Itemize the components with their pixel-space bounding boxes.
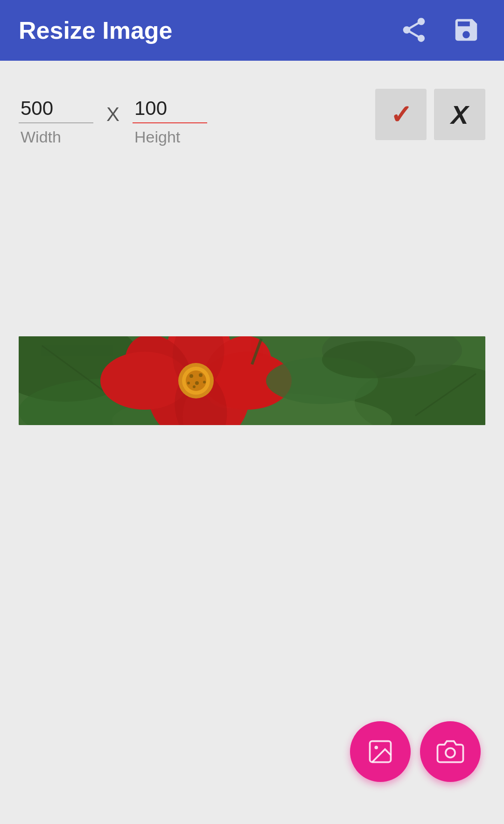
app-header: Resize Image (0, 0, 504, 61)
svg-point-31 (375, 746, 378, 750)
share-button[interactable] (395, 11, 433, 50)
image-preview (19, 336, 485, 425)
confirm-button[interactable]: ✓ (375, 89, 427, 140)
page-title: Resize Image (19, 16, 173, 44)
multiply-sign: X (106, 103, 119, 140)
gallery-icon (366, 738, 394, 766)
width-input-group: 500 Width (19, 97, 93, 146)
cancel-icon: X (451, 99, 468, 130)
resize-controls: 500 Width X 100 Height ✓ X (19, 89, 485, 154)
svg-point-23 (195, 381, 199, 385)
main-content: 500 Width X 100 Height ✓ X (0, 61, 504, 824)
svg-point-26 (193, 385, 196, 388)
save-button[interactable] (447, 11, 485, 50)
height-input[interactable]: 100 (133, 97, 207, 123)
gallery-fab-button[interactable] (350, 721, 411, 782)
svg-point-25 (203, 381, 206, 384)
svg-point-24 (187, 382, 190, 384)
checkmark-icon: ✓ (390, 99, 412, 130)
action-buttons: ✓ X (375, 89, 485, 154)
flower-svg (19, 336, 485, 425)
svg-point-28 (322, 341, 415, 378)
svg-point-22 (199, 373, 203, 377)
svg-point-21 (189, 374, 193, 378)
svg-point-20 (186, 370, 206, 391)
svg-point-32 (446, 748, 455, 758)
height-label: Height (133, 128, 180, 146)
fab-container (350, 721, 481, 782)
width-label: Width (19, 128, 61, 146)
cancel-button[interactable]: X (434, 89, 485, 140)
width-input[interactable]: 500 (19, 97, 93, 123)
camera-icon (436, 738, 464, 766)
flower-image-container (19, 336, 485, 425)
save-icon (452, 15, 481, 44)
camera-fab-button[interactable] (420, 721, 481, 782)
header-actions (395, 11, 485, 50)
height-input-group: 100 Height (133, 97, 207, 146)
share-icon (399, 15, 428, 44)
